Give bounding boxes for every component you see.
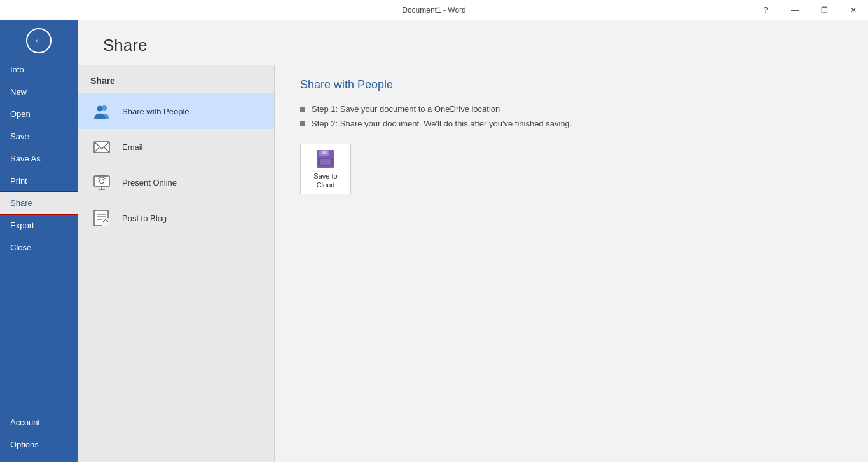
post-to-blog-icon (90, 207, 113, 229)
svg-point-1 (97, 106, 103, 112)
sidebar-item-export[interactable]: Export (0, 214, 78, 236)
window-title: Document1 - Word (402, 6, 465, 15)
share-right-title: Share with People (300, 78, 843, 92)
svg-point-14 (103, 221, 104, 222)
minimize-button[interactable]: — (780, 0, 809, 20)
step-2: Step 2: Share your document. We'll do th… (300, 119, 843, 128)
step1-bullet (300, 107, 305, 112)
post-to-blog-label: Post to Blog (122, 214, 167, 223)
step-1: Step 1: Save your document to a OneDrive… (300, 104, 843, 114)
share-with-people-icon (90, 100, 113, 123)
save-to-cloud-label: Save toCloud (313, 172, 337, 190)
sidebar-divider (0, 407, 78, 407)
window-controls: ? — ❐ ✕ (751, 0, 868, 20)
restore-button[interactable]: ❐ (809, 0, 839, 20)
close-button[interactable]: ✕ (839, 0, 868, 20)
share-options-panel: Share Share with Peo (78, 65, 275, 462)
svg-rect-17 (322, 151, 327, 154)
sidebar-item-print[interactable]: Print (0, 170, 78, 192)
steps-list: Step 1: Save your document to a OneDrive… (300, 104, 843, 128)
sidebar: ← Info New Open Save Save As Print Share… (0, 20, 78, 462)
email-label: Email (122, 142, 143, 152)
step2-text: Step 2: Share your document. We'll do th… (312, 119, 572, 128)
sidebar-nav: Info New Open Save Save As Print Share E… (0, 58, 78, 403)
present-online-label: Present Online (122, 178, 177, 187)
page-title: Share (78, 20, 868, 65)
share-option-email[interactable]: Email (78, 129, 274, 165)
sidebar-bottom: Account Options (0, 411, 78, 456)
present-online-icon (90, 171, 113, 194)
sidebar-item-open[interactable]: Open (0, 103, 78, 125)
sidebar-item-share[interactable]: Share (0, 192, 78, 214)
back-arrow-icon: ← (34, 35, 44, 46)
save-to-cloud-button[interactable]: Save toCloud (300, 144, 351, 194)
share-option-share-with-people[interactable]: Share with People (78, 93, 274, 129)
sidebar-item-account[interactable]: Account (0, 411, 78, 433)
main-layout: ← Info New Open Save Save As Print Share… (0, 20, 868, 462)
email-icon (90, 135, 113, 158)
content-area: Share Share (78, 20, 868, 462)
back-button[interactable]: ← (26, 28, 52, 53)
sidebar-item-new[interactable]: New (0, 81, 78, 103)
share-section-title: Share (78, 76, 274, 93)
svg-rect-19 (320, 159, 331, 165)
help-button[interactable]: ? (751, 0, 780, 20)
share-details-panel: Share with People Step 1: Save your docu… (275, 65, 868, 462)
share-with-people-label: Share with People (122, 107, 189, 116)
step2-bullet (300, 121, 305, 126)
step1-text: Step 1: Save your document to a OneDrive… (312, 104, 500, 114)
sidebar-item-info[interactable]: Info (0, 58, 78, 81)
sidebar-item-options[interactable]: Options (0, 433, 78, 456)
sidebar-item-save-as[interactable]: Save As (0, 147, 78, 170)
sidebar-item-close[interactable]: Close (0, 236, 78, 259)
sidebar-item-save[interactable]: Save (0, 125, 78, 147)
share-columns: Share Share with Peo (78, 65, 868, 462)
title-bar: Document1 - Word ? — ❐ ✕ (0, 0, 868, 20)
share-option-post-to-blog[interactable]: Post to Blog (78, 200, 274, 236)
share-option-present-online[interactable]: Present Online (78, 165, 274, 200)
floppy-disk-icon (315, 149, 336, 169)
